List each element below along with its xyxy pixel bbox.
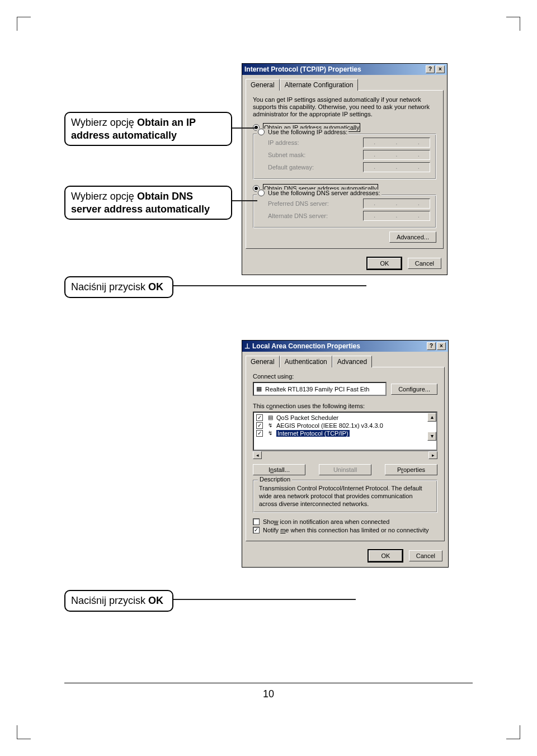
- properties-button[interactable]: Properties: [385, 464, 437, 475]
- callout-obtain-ip: Wybierz opcję Obtain an IP address autom…: [64, 112, 232, 146]
- field-preferred-dns: Preferred DNS server: ...: [268, 199, 430, 209]
- radio-use-following-ip[interactable]: Use the following IP address:: [257, 129, 348, 135]
- leader-line: [232, 127, 257, 129]
- field-label: Preferred DNS server:: [268, 200, 363, 207]
- uninstall-button: Uninstall: [319, 464, 371, 475]
- service-icon: ▤: [266, 414, 274, 421]
- ip-input: ...: [363, 138, 430, 148]
- crop-mark: [506, 725, 520, 739]
- adapter-icon: ▦: [256, 385, 262, 393]
- horizontal-scrollbar[interactable]: ◂ ▸: [253, 451, 437, 460]
- network-icon: ⊥: [244, 342, 250, 350]
- ok-button[interactable]: OK: [369, 550, 402, 561]
- tabs: General Authentication Advanced: [246, 355, 445, 367]
- radio-label: Use the following IP address:: [268, 129, 347, 135]
- check-notify-limited[interactable]: Notify me when this connection has limit…: [253, 527, 437, 533]
- items-label: This connection uses the following items…: [253, 403, 437, 409]
- items-list[interactable]: ▤ QoS Packet Scheduler ↯ AEGIS Protocol …: [253, 412, 437, 451]
- group-title: Description: [258, 476, 292, 483]
- scroll-left-icon[interactable]: ◂: [253, 451, 262, 459]
- field-label: Subnet mask:: [268, 152, 363, 158]
- check-show-icon[interactable]: Show icon in notification area when conn…: [253, 518, 437, 525]
- ip-input: ...: [363, 162, 430, 172]
- advanced-button[interactable]: Advanced...: [389, 231, 436, 243]
- list-item[interactable]: ▤ QoS Packet Scheduler: [255, 414, 426, 422]
- list-item[interactable]: ↯ AEGIS Protocol (IEEE 802.1x) v3.4.3.0: [255, 422, 426, 429]
- scroll-right-icon[interactable]: ▸: [428, 451, 437, 459]
- help-icon[interactable]: ?: [426, 65, 435, 73]
- checkbox-icon[interactable]: [253, 527, 260, 533]
- install-button[interactable]: Install...: [253, 464, 305, 475]
- page-number: 10: [0, 688, 537, 700]
- field-label: IP address:: [268, 139, 363, 146]
- info-text: You can get IP settings assigned automat…: [253, 96, 436, 119]
- tab-authentication[interactable]: Authentication: [280, 356, 332, 367]
- tab-advanced[interactable]: Advanced: [332, 356, 372, 367]
- dialog-buttons: OK Cancel: [242, 252, 447, 275]
- checkbox-icon[interactable]: [256, 422, 263, 429]
- ip-input: ...: [363, 211, 430, 221]
- field-ip-address: IP address: ...: [268, 138, 430, 148]
- close-icon[interactable]: ×: [436, 65, 445, 73]
- cancel-button[interactable]: Cancel: [408, 258, 441, 269]
- help-icon[interactable]: ?: [427, 342, 436, 350]
- item-buttons: Install... Uninstall Properties: [253, 464, 437, 475]
- crop-mark: [506, 17, 520, 31]
- callout-press-ok-1: Naciśnij przycisk OK: [64, 276, 173, 298]
- item-label: QoS Packet Scheduler: [276, 414, 338, 421]
- check-label: Notify me when this connection has limit…: [263, 527, 429, 533]
- description-group: Description Transmission Control Protoco…: [253, 480, 437, 513]
- ok-button[interactable]: OK: [368, 258, 401, 269]
- tabs: General Alternate Configuration: [246, 78, 444, 90]
- field-label: Default gateway:: [268, 164, 363, 171]
- scroll-down-icon[interactable]: ▾: [427, 432, 436, 441]
- item-label: Internet Protocol (TCP/IP): [276, 430, 350, 437]
- callout-bold: OK: [148, 595, 163, 606]
- crop-mark: [17, 17, 31, 31]
- ip-input: ...: [363, 199, 430, 209]
- titlebar[interactable]: Internet Protocol (TCP/IP) Properties ? …: [242, 64, 447, 75]
- radio-icon: [258, 190, 265, 196]
- crop-mark: [17, 725, 31, 739]
- checkbox-icon[interactable]: [256, 414, 263, 421]
- footer-rule: [64, 683, 473, 683]
- titlebar[interactable]: ⊥ Local Area Connection Properties ? ×: [242, 341, 448, 352]
- tab-alternate-configuration[interactable]: Alternate Configuration: [280, 79, 359, 91]
- dialog-title: Internet Protocol (TCP/IP) Properties: [244, 65, 361, 73]
- radio-label: Use the following DNS server addresses:: [268, 190, 380, 196]
- adapter-box: ▦ Realtek RTL8139 Family PCI Fast Eth: [253, 382, 387, 396]
- connect-using-label: Connect using:: [253, 373, 437, 380]
- callout-bold: OK: [148, 281, 163, 292]
- radio-use-following-dns[interactable]: Use the following DNS server addresses:: [257, 190, 381, 196]
- checkbox-icon[interactable]: [256, 430, 263, 437]
- dialog-buttons: OK Cancel: [242, 545, 448, 567]
- tab-body: You can get IP settings assigned automat…: [246, 90, 444, 249]
- callout-text: Naciśnij przycisk: [71, 595, 148, 606]
- configure-button[interactable]: Configure...: [391, 384, 437, 395]
- tcpip-properties-dialog: Internet Protocol (TCP/IP) Properties ? …: [242, 63, 447, 275]
- list-item[interactable]: ↯ Internet Protocol (TCP/IP): [255, 429, 426, 437]
- callout-press-ok-2: Naciśnij przycisk OK: [64, 590, 173, 612]
- field-default-gateway: Default gateway: ...: [268, 162, 430, 172]
- callout-text: Naciśnij przycisk: [71, 281, 148, 292]
- callout-text: Wybierz opcję: [71, 191, 137, 202]
- ip-input: ...: [363, 150, 430, 160]
- field-alternate-dns: Alternate DNS server: ...: [268, 211, 430, 221]
- leader-line: [173, 285, 366, 286]
- checkbox-icon[interactable]: [253, 518, 260, 525]
- cancel-button[interactable]: Cancel: [409, 550, 442, 561]
- scroll-up-icon[interactable]: ▴: [427, 413, 436, 422]
- dialog-title: Local Area Connection Properties: [252, 342, 360, 350]
- leader-line: [173, 599, 356, 600]
- leader-line: [232, 200, 257, 201]
- tab-general[interactable]: General: [246, 356, 280, 367]
- group-dns-manual: Use the following DNS server addresses: …: [253, 195, 436, 228]
- close-icon[interactable]: ×: [437, 342, 446, 350]
- lan-connection-properties-dialog: ⊥ Local Area Connection Properties ? × G…: [242, 340, 449, 568]
- protocol-icon: ↯: [266, 422, 274, 429]
- field-label: Alternate DNS server:: [268, 212, 363, 219]
- field-subnet-mask: Subnet mask: ...: [268, 150, 430, 160]
- item-label: AEGIS Protocol (IEEE 802.1x) v3.4.3.0: [276, 422, 383, 429]
- group-ip-manual: Use the following IP address: IP address…: [253, 134, 436, 179]
- tab-general[interactable]: General: [246, 79, 280, 91]
